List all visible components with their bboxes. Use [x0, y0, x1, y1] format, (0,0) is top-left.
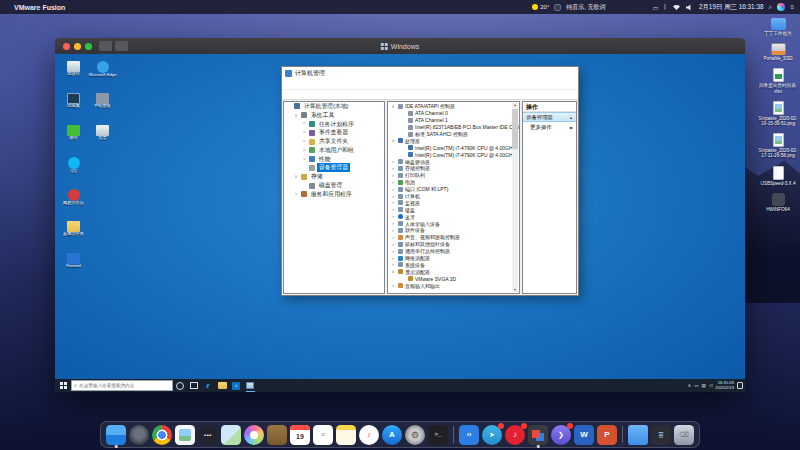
expander-icon[interactable]: > [301, 121, 307, 126]
zoom-button[interactable] [85, 43, 92, 50]
battery-icon[interactable]: ▭ [653, 4, 659, 11]
vertical-scrollbar[interactable]: ▲ ▼ [512, 103, 518, 292]
expand-arrow-icon[interactable]: ▶ [570, 125, 573, 130]
desktop-file-snipaste-2[interactable]: Snipaste_2020-02-17-11-26-58.png [758, 133, 798, 158]
collapse-arrow-icon[interactable]: ▲ [569, 115, 573, 120]
dev-disk-drives[interactable]: > 磁盘驱动器 [388, 158, 511, 165]
active-app-menu[interactable]: VMware Fusion [14, 4, 65, 11]
expander-icon[interactable]: > [390, 194, 396, 199]
dock-stack[interactable]: ≣ [651, 425, 671, 445]
vm-icon-edge[interactable]: Microsoft Edge [88, 59, 117, 91]
expander-icon[interactable]: > [390, 173, 396, 178]
tree-shared-folders[interactable]: > 共享文件夹 [284, 137, 384, 146]
vm-icon-netease-music[interactable]: 网易云音乐 [59, 187, 88, 219]
dock-vscode[interactable]: ‹› [459, 425, 479, 445]
dev-audio-io[interactable]: > 音频输入和输出 [388, 282, 511, 289]
expander-icon[interactable]: > [301, 157, 307, 162]
scrollbar-thumb[interactable] [512, 109, 518, 149]
dev-storage-controllers[interactable]: > 存储控制器 [388, 165, 511, 172]
dock-photos[interactable] [244, 425, 264, 445]
dock-trash[interactable]: ⌫ [674, 425, 694, 445]
tree-system-tools[interactable]: ∨ 系统工具 [284, 111, 384, 120]
expander-icon[interactable]: ∨ [390, 138, 396, 143]
computer-management-task-button[interactable] [243, 379, 257, 392]
dock-separator-1[interactable] [453, 426, 454, 443]
dev-ports[interactable]: > 端口 (COM 和 LPT) [388, 186, 511, 193]
expander-icon[interactable]: > [390, 221, 396, 226]
weather-status[interactable]: 20° [532, 4, 549, 10]
expander-icon[interactable]: > [390, 228, 396, 233]
action-center-icon[interactable] [737, 382, 743, 389]
expander-icon[interactable]: > [390, 207, 396, 212]
expander-icon[interactable]: ∨ [293, 113, 299, 118]
taskbar-search-box[interactable]: ⌕ [71, 380, 173, 391]
actions-more-row[interactable]: 更多操作 ▶ [523, 122, 576, 132]
dock-notes[interactable] [336, 425, 356, 445]
expander-icon[interactable]: > [390, 283, 396, 288]
dock-books[interactable] [267, 425, 287, 445]
desktop-drive-portable-ssd[interactable]: Portable_SSD [758, 43, 798, 61]
dev-print-queues[interactable]: > 打印队列 [388, 172, 511, 179]
expander-icon[interactable]: > [390, 214, 396, 219]
scroll-down-arrow[interactable]: ▼ [513, 288, 517, 292]
dev-mice[interactable]: > 鼠标和其他指针设备 [388, 241, 511, 248]
vm-icon-this-pc[interactable]: 此电脑 [59, 91, 88, 123]
dock-vmware-fusion[interactable] [528, 425, 548, 445]
dock-word[interactable]: W [574, 425, 594, 445]
volume-tray-icon[interactable]: ◁ [709, 383, 713, 388]
dock-powerpoint[interactable]: P [597, 425, 617, 445]
dev-hid[interactable]: > 人体学输入设备 [388, 220, 511, 227]
expander-icon[interactable]: > [390, 256, 396, 261]
window-control-button[interactable] [561, 68, 575, 79]
tree-local-users[interactable]: > 本地用户和组 [284, 146, 384, 155]
cortana-button[interactable] [173, 379, 187, 392]
dev-intel-ide[interactable]: Intel(R) 82371AB/EB PCI Bus Master IDE C… [388, 124, 511, 131]
tree-disk-management[interactable]: 磁盘管理 [284, 181, 384, 190]
dev-bluetooth[interactable]: > 蓝牙 [388, 213, 511, 220]
desktop-file-xlsx[interactable]: 四季度出货时间表.xlsx [758, 68, 798, 93]
expander-icon[interactable]: > [390, 262, 396, 267]
expander-icon[interactable]: > [390, 166, 396, 171]
dock-downloads-folder[interactable] [628, 425, 648, 445]
dock-preview[interactable] [175, 425, 195, 445]
dev-batteries[interactable]: > 电池 [388, 179, 511, 186]
vm-icon-recycle-bin[interactable]: 回收站 [59, 59, 88, 91]
dock-separator-2[interactable] [622, 426, 623, 443]
expander-icon[interactable]: > [390, 249, 396, 254]
actions-device-manager-row[interactable]: 设备管理器 ▲ [523, 112, 576, 122]
expander-icon[interactable]: > [293, 192, 299, 197]
dock-chrome[interactable] [152, 425, 172, 445]
dev-sound[interactable]: > 声音、视频和游戏控制器 [388, 234, 511, 241]
expander-icon[interactable]: > [390, 200, 396, 205]
store-button[interactable]: ⌂ [229, 379, 243, 392]
window-control-button[interactable] [533, 68, 547, 79]
vmware-title-bar[interactable]: Windows [55, 38, 745, 54]
dock-netease-music[interactable]: ♪ [505, 425, 525, 445]
dev-monitors[interactable]: > 监视器 [388, 199, 511, 206]
dev-keyboards[interactable]: > 键盘 [388, 206, 511, 213]
expander-icon[interactable]: ∨ [293, 174, 299, 179]
dev-ata1[interactable]: ATA Channel 1 [388, 117, 511, 124]
tree-task-scheduler[interactable]: > 任务计划程序 [284, 120, 384, 129]
expander-icon[interactable]: ∨ [390, 104, 396, 109]
dock-system-preferences[interactable]: ⚙ [405, 425, 425, 445]
notification-center-icon[interactable]: ≡ [790, 4, 794, 10]
dev-sata-ahci[interactable]: 标准 SATA AHCI 控制器 [388, 131, 511, 138]
dev-computer[interactable]: > 计算机 [388, 193, 511, 200]
display-tray-icon[interactable]: ▭ [694, 383, 698, 388]
dock-reminders[interactable]: ≡ [313, 425, 333, 445]
vm-icon-foxmail[interactable]: Foxmail [59, 251, 88, 283]
scroll-up-arrow[interactable]: ▲ [513, 103, 517, 107]
window-control-button[interactable] [547, 68, 561, 79]
spotlight-search-icon[interactable]: ⌕ [769, 3, 773, 11]
dock-launchpad[interactable] [129, 425, 149, 445]
dev-cpu-0[interactable]: Intel(R) Core(TM) i7-4790K CPU @ 4.00GHz [388, 144, 511, 151]
close-button[interactable] [63, 43, 70, 50]
task-view-button[interactable] [187, 379, 201, 392]
tree-event-viewer[interactable]: > 事件查看器 [284, 128, 384, 137]
expander-icon[interactable]: > [390, 242, 396, 247]
expander-icon[interactable]: > [390, 187, 396, 192]
vm-icon-qq[interactable]: QQ [59, 155, 88, 187]
desktop-file-usbspeed[interactable]: USBSpeed-3.X.4 [758, 166, 798, 186]
desktop-folder-work[interactable]: 丁丁工作相关 [758, 18, 798, 36]
